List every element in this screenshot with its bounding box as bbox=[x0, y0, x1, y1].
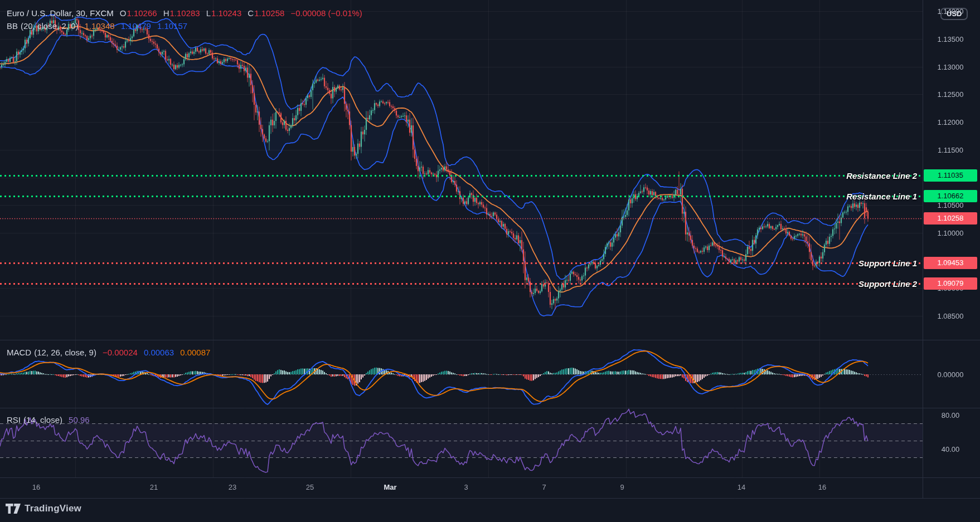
rsi-indicator-params: (14, close) bbox=[23, 415, 62, 425]
macd-indicator-row[interactable]: MACD(12, 26, close, 9)−0.000240.000630.0… bbox=[7, 348, 210, 357]
tradingview-logo-icon bbox=[6, 504, 21, 514]
ohlc-value: 1.10258 bbox=[254, 8, 284, 18]
ohlc-key: L bbox=[206, 8, 211, 18]
bb-indicator-name[interactable]: BB bbox=[7, 21, 18, 31]
chart-legend: Euro / U.S. Dollar, 30, FXCMO1.10266H1.1… bbox=[7, 7, 362, 32]
macd-indicator-params: (12, 26, close, 9) bbox=[34, 348, 96, 357]
bb-value: 1.10157 bbox=[157, 21, 187, 31]
ohlc-key: C bbox=[248, 8, 254, 18]
tradingview-chart-window: Euro / U.S. Dollar, 30, FXCMO1.10266H1.1… bbox=[0, 0, 980, 522]
symbol-title[interactable]: Euro / U.S. Dollar, 30, FXCM bbox=[7, 8, 114, 18]
macd-value: 0.00063 bbox=[144, 348, 174, 357]
price-chart-canvas[interactable] bbox=[0, 0, 980, 522]
macd-value: 0.00087 bbox=[180, 348, 210, 357]
symbol-status-row[interactable]: Euro / U.S. Dollar, 30, FXCMO1.10266H1.1… bbox=[7, 7, 362, 19]
ohlc-key: H bbox=[163, 8, 169, 18]
ohlc-value: 1.10283 bbox=[169, 8, 200, 18]
tradingview-watermark[interactable]: TradingView bbox=[6, 503, 81, 514]
rsi-value: 50.96 bbox=[69, 415, 90, 425]
macd-value: −0.00024 bbox=[103, 348, 138, 357]
macd-indicator-name[interactable]: MACD bbox=[7, 348, 31, 357]
bb-indicator-row[interactable]: BB(20, close, 2, 0)1.103481.104791.10157 bbox=[7, 19, 362, 32]
change-value: −0.00008 (−0.01%) bbox=[290, 8, 362, 18]
ohlc-values: O1.10266H1.10283L1.10243C1.10258 bbox=[114, 8, 285, 18]
ohlc-value: 1.10243 bbox=[211, 8, 241, 18]
rsi-indicator-name[interactable]: RSI bbox=[7, 415, 21, 425]
bb-indicator-values: 1.103481.104791.10157 bbox=[78, 21, 187, 31]
bb-value: 1.10348 bbox=[84, 21, 114, 31]
bb-indicator-params: (20, close, 2, 0) bbox=[21, 21, 78, 31]
currency-axis-badge[interactable]: USD bbox=[940, 8, 968, 20]
ohlc-key: O bbox=[120, 8, 127, 18]
bb-value: 1.10479 bbox=[121, 21, 151, 31]
ohlc-value: 1.10266 bbox=[127, 8, 157, 18]
tradingview-logo-text: TradingView bbox=[25, 503, 81, 514]
macd-indicator-values: −0.000240.000630.00087 bbox=[96, 348, 210, 357]
rsi-indicator-row[interactable]: RSI(14, close)50.96 bbox=[7, 415, 90, 425]
